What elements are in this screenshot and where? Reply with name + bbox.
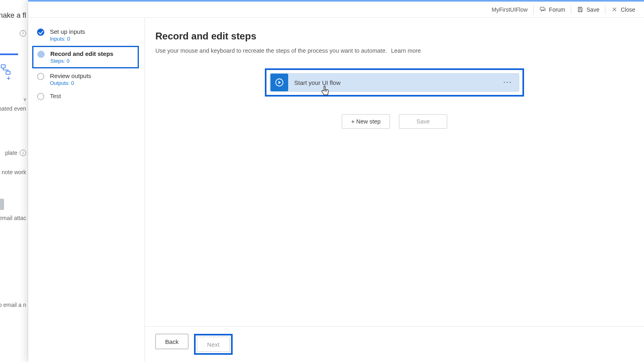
panel-body: Set up inputs Inputs: 0 Record and edit … xyxy=(28,18,644,362)
wizard-footer: Back Next xyxy=(145,326,644,362)
nav-step-inputs[interactable]: Set up inputs Inputs: 0 xyxy=(35,25,136,45)
info-icon: i xyxy=(20,29,26,37)
nav-step-inputs-title: Set up inputs xyxy=(50,28,85,35)
page-description: Use your mouse and keyboard to recreate … xyxy=(155,47,634,54)
highlight-box: Record and edit steps Steps: 0 xyxy=(32,46,139,68)
close-label: Close xyxy=(621,6,635,13)
bullet-icon xyxy=(37,93,44,100)
chat-icon xyxy=(539,6,546,13)
bg-attach-frag: email attac xyxy=(0,215,26,221)
bg-thumb xyxy=(0,199,4,210)
highlight-box: Next xyxy=(194,334,233,355)
learn-more-link[interactable]: Learn more xyxy=(391,47,421,54)
nav-step-outputs-title: Review outputs xyxy=(50,72,91,79)
bg-accent-bar xyxy=(0,53,18,55)
bg-title-frag: nake a fl xyxy=(0,11,26,20)
close-button[interactable]: Close xyxy=(605,2,641,18)
page-title: Record and edit steps xyxy=(155,31,634,42)
background-app-sliver: nake a fl i + v ignated even platei note… xyxy=(0,0,28,362)
nav-step-inputs-sub: Inputs: 0 xyxy=(50,36,85,42)
start-ui-flow-card[interactable]: Start your UI flow ··· xyxy=(270,73,519,92)
back-button[interactable]: Back xyxy=(155,334,188,349)
bg-remote-frag: note work xyxy=(2,169,26,175)
bg-trigger-text: ignated even xyxy=(0,105,26,112)
flow-name: MyFirstUIFlow xyxy=(486,6,533,13)
nav-step-record[interactable]: Record and edit steps Steps: 0 xyxy=(37,50,134,64)
nav-step-outputs[interactable]: Review outputs Outputs: 0 xyxy=(35,69,136,89)
panel-header: MyFirstUIFlow Forum Save Close xyxy=(28,2,644,18)
nav-step-test[interactable]: Test xyxy=(35,89,136,103)
card-title: Start your UI flow xyxy=(294,79,495,86)
svg-rect-3 xyxy=(579,7,581,9)
svg-rect-0 xyxy=(1,65,5,68)
bullet-icon xyxy=(37,73,44,80)
nav-step-test-title: Test xyxy=(50,93,61,99)
nav-step-record-sub: Steps: 0 xyxy=(50,58,114,64)
close-icon xyxy=(611,6,618,13)
plus-icon: + xyxy=(6,74,11,83)
nav-step-outputs-sub: Outputs: 0 xyxy=(50,80,91,86)
bg-trigger-frag: v xyxy=(24,97,26,102)
svg-rect-2 xyxy=(540,7,544,10)
forum-label: Forum xyxy=(549,6,565,13)
save-step-button[interactable]: Save xyxy=(399,114,447,129)
wizard-nav: Set up inputs Inputs: 0 Record and edit … xyxy=(28,18,145,362)
ui-flow-panel: MyFirstUIFlow Forum Save Close xyxy=(28,0,644,362)
bg-template-frag: platei xyxy=(5,150,26,156)
main-area: Record and edit steps Use your mouse and… xyxy=(145,18,644,362)
save-icon xyxy=(577,6,584,13)
step-actions: + New step Save xyxy=(155,114,634,129)
forum-button[interactable]: Forum xyxy=(534,2,571,18)
bg-email-frag: o email a n xyxy=(0,302,26,308)
highlight-box: Start your UI flow ··· xyxy=(265,68,524,97)
save-label: Save xyxy=(586,6,599,13)
new-step-button[interactable]: + New step xyxy=(342,114,390,129)
nav-step-record-title: Record and edit steps xyxy=(50,50,114,57)
save-button[interactable]: Save xyxy=(571,2,605,18)
check-icon xyxy=(37,29,44,36)
card-more-menu[interactable]: ··· xyxy=(501,79,515,86)
svg-rect-1 xyxy=(6,71,10,74)
content: Record and edit steps Use your mouse and… xyxy=(145,18,644,326)
next-button[interactable]: Next xyxy=(197,337,230,352)
svg-rect-4 xyxy=(579,10,582,12)
active-bullet-icon xyxy=(37,51,45,58)
record-play-icon xyxy=(270,74,288,91)
